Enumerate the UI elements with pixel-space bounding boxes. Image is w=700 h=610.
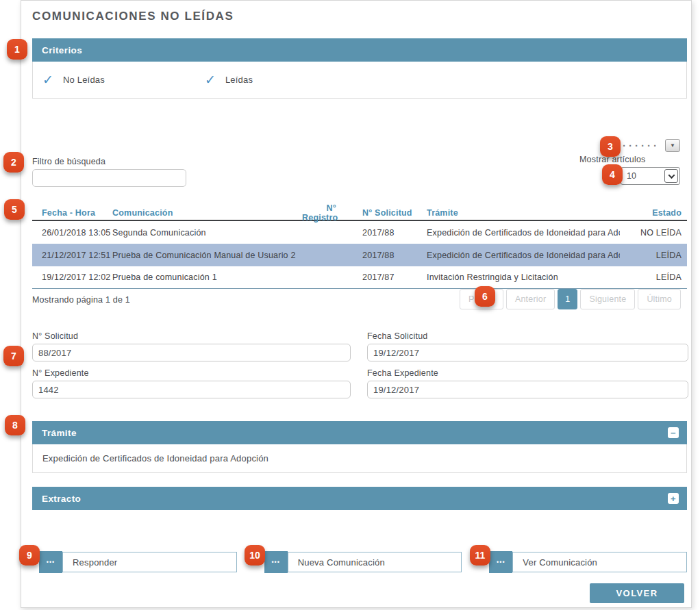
annotation-badge-9: 9: [19, 545, 40, 565]
page-size-value: 10: [621, 171, 664, 181]
cell-fecha: 19/12/2017 12:02: [32, 272, 112, 282]
extracto-section: Extracto +: [32, 487, 687, 510]
criterios-header: Criterios: [32, 38, 687, 62]
volver-button[interactable]: VOLVER: [590, 583, 684, 603]
fecha-solicitud-field[interactable]: [367, 344, 688, 361]
collapse-minus-icon[interactable]: −: [668, 427, 679, 438]
extracto-header[interactable]: Extracto +: [32, 487, 687, 510]
dots-menu-icon: ······: [623, 140, 660, 151]
nueva-comunicacion-button[interactable]: ••• Nueva Comunicación: [264, 551, 462, 573]
chevron-down-icon: [668, 172, 675, 179]
ellipsis-icon: •••: [264, 551, 288, 573]
responder-label: Responder: [62, 552, 237, 572]
page-info-text: Mostrando página 1 de 1: [32, 289, 130, 305]
fecha-expediente-label: Fecha Expediente: [367, 368, 688, 379]
columns-dropdown-button[interactable]: ▼: [665, 139, 680, 152]
main-panel: COMUNICACIONES NO LEÍDAS Criterios ✓ No …: [21, 0, 692, 608]
criterios-title: Criterios: [42, 45, 82, 55]
cell-comunicacion: Segunda Comunicación: [112, 228, 302, 238]
annotation-badge-4: 4: [602, 164, 623, 185]
responder-button[interactable]: ••• Responder: [39, 551, 237, 573]
table-header-row: Fecha - Hora Comunicación N° Registro N°…: [32, 203, 687, 221]
annotation-badge-10: 10: [245, 545, 265, 565]
annotation-badge-2: 2: [3, 152, 24, 173]
ver-comunicacion-label: Ver Comunicación: [512, 552, 687, 572]
nueva-comunicacion-label: Nueva Comunicación: [288, 552, 462, 572]
cell-tramite: Expedición de Certificados de Idoneidad …: [417, 251, 620, 260]
filter-label: Filtro de búsqueda: [32, 157, 186, 167]
pagination-row: Mostrando página 1 de 1 Primer Anterior …: [32, 289, 687, 309]
footer-bar: VOLVER: [32, 583, 687, 603]
col-header-tramite[interactable]: Trámite: [417, 208, 620, 218]
checkbox-leidas[interactable]: ✓ Leídas: [205, 73, 253, 86]
cell-solicitud: 2017/88: [336, 228, 417, 238]
detail-form: N° Solicitud Fecha Solicitud N° Expedien…: [32, 331, 687, 405]
fecha-solicitud-label: Fecha Solicitud: [367, 331, 688, 342]
cell-solicitud: 2017/87: [336, 272, 417, 282]
col-header-fecha[interactable]: Fecha - Hora: [32, 208, 112, 218]
fecha-expediente-field[interactable]: [367, 381, 688, 398]
cell-fecha: 26/01/2018 13:05: [32, 228, 112, 238]
cell-estado: LEÍDA: [620, 272, 688, 282]
pagination-last-button[interactable]: Último: [638, 289, 681, 309]
list-controls: ······ ▼ Mostrar artículos 10: [577, 138, 680, 187]
col-header-solicitud[interactable]: N° Solicitud: [336, 208, 417, 218]
col-header-estado[interactable]: Estado: [620, 208, 688, 218]
annotation-badge-7: 7: [3, 346, 24, 366]
cell-comunicacion: Prueba de comunicación 1: [112, 272, 302, 282]
tramite-section: Trámite − Expedición de Certificados de …: [32, 421, 687, 473]
criterios-body: ✓ No Leídas ✓ Leídas: [32, 62, 687, 99]
search-filter-input[interactable]: [32, 169, 186, 187]
extracto-title: Extracto: [42, 494, 81, 504]
table-row[interactable]: 19/12/2017 12:02 Prueba de comunicación …: [32, 266, 687, 289]
cell-fecha: 21/12/2017 12:51: [32, 251, 112, 260]
col-header-registro[interactable]: N° Registro: [302, 203, 336, 223]
ellipsis-icon: •••: [39, 551, 62, 573]
actions-row: ••• Responder ••• Nueva Comunicación •••…: [39, 551, 687, 573]
cell-comunicacion: Prueba de Comunicación Manual de Usuario…: [112, 251, 302, 260]
communications-table: Fecha - Hora Comunicación N° Registro N°…: [32, 203, 687, 289]
tramite-content: Expedición de Certificados de Idoneidad …: [32, 444, 687, 473]
chevron-down-icon: ▼: [670, 142, 675, 149]
cell-estado: NO LEÍDA: [620, 228, 688, 238]
n-solicitud-field[interactable]: [32, 344, 351, 361]
annotation-badge-6: 6: [475, 286, 495, 307]
cell-tramite: Expedición de Certificados de Idoneidad …: [417, 228, 620, 238]
checkbox-leidas-label: Leídas: [225, 75, 253, 85]
annotation-badge-3: 3: [600, 136, 621, 157]
pagination-next-button[interactable]: Siguiente: [580, 289, 635, 309]
pagination-prev-button[interactable]: Anterior: [506, 289, 555, 309]
filter-block: Filtro de búsqueda: [32, 157, 186, 187]
annotation-badge-1: 1: [7, 39, 27, 60]
ellipsis-icon: •••: [489, 551, 512, 573]
table-row[interactable]: 26/01/2018 13:05 Segunda Comunicación 20…: [32, 221, 687, 244]
annotation-badge-11: 11: [470, 545, 490, 565]
n-expediente-label: N° Expediente: [32, 368, 351, 379]
n-solicitud-label: N° Solicitud: [32, 331, 351, 342]
annotation-badge-5: 5: [4, 199, 25, 220]
tramite-title: Trámite: [42, 428, 77, 438]
tramite-header[interactable]: Trámite −: [32, 421, 687, 444]
check-icon: ✓: [42, 73, 53, 86]
table-row-selected[interactable]: 21/12/2017 12:51 Prueba de Comunicación …: [32, 244, 687, 266]
checkbox-no-leidas-label: No Leídas: [63, 75, 105, 85]
annotation-badge-8: 8: [5, 415, 25, 435]
cell-solicitud: 2017/88: [336, 251, 417, 260]
page-title: COMUNICACIONES NO LEÍDAS: [32, 9, 687, 24]
page-size-select[interactable]: 10: [621, 167, 680, 185]
expand-plus-icon[interactable]: +: [668, 493, 679, 504]
pagination-page-1-button[interactable]: 1: [558, 289, 577, 309]
cell-estado: LEÍDA: [620, 251, 688, 260]
criterios-section: Criterios ✓ No Leídas ✓ Leídas: [32, 38, 687, 99]
checkbox-no-leidas[interactable]: ✓ No Leídas: [42, 73, 105, 86]
cell-tramite: Invitación Restringida y Licitación: [417, 272, 620, 282]
ver-comunicacion-button[interactable]: ••• Ver Comunicación: [489, 551, 687, 573]
n-expediente-field[interactable]: [32, 381, 351, 398]
check-icon: ✓: [205, 73, 216, 86]
select-chevron-button[interactable]: [664, 169, 678, 183]
controls-row: Filtro de búsqueda ······ ▼ Mostrar artí…: [32, 138, 687, 187]
col-header-comunicacion[interactable]: Comunicación: [112, 208, 302, 218]
